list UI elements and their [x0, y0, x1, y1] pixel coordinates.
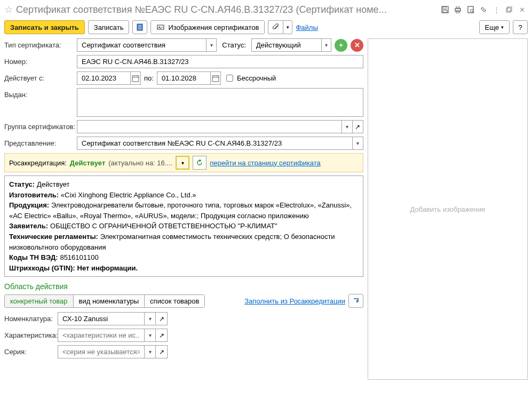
series-row: Серия: ▾ ↗ — [4, 345, 363, 358]
report-icon[interactable] — [465, 4, 477, 15]
scope-tab-group: конкретный товар вид номенклатуры список… — [4, 294, 205, 308]
nomenclature-select[interactable]: ▾ ↗ — [58, 312, 168, 325]
kebab-menu-icon[interactable]: ⋮ — [490, 4, 502, 15]
chevron-down-icon[interactable]: ▾ — [321, 38, 331, 52]
certificate-details: Статус: Действует Изготовитель: «Cixi Xi… — [4, 175, 363, 277]
characteristic-select[interactable]: ▾ ↗ — [58, 329, 168, 342]
attach-button[interactable]: ▾ — [268, 20, 292, 34]
nomenclature-row: Номенклатура: ▾ ↗ — [4, 312, 363, 325]
fill-action-button[interactable] — [348, 294, 363, 308]
open-external-icon[interactable]: ↗ — [156, 329, 168, 342]
favorite-star-icon[interactable]: ☆ — [4, 4, 13, 15]
status-select[interactable]: ▾ — [251, 38, 331, 52]
tab-specific-product[interactable]: конкретный товар — [5, 295, 74, 307]
rosaccreditation-bar: Росаккредитация: Действует (актуально на… — [4, 153, 363, 172]
rosaccred-label: Росаккредитация: — [9, 159, 67, 167]
close-icon[interactable]: ✕ — [516, 4, 528, 15]
chevron-down-icon[interactable]: ▾ — [206, 38, 217, 52]
nomenclature-label: Номенклатура: — [4, 312, 58, 323]
rosaccred-dropdown[interactable]: ▾ — [176, 156, 189, 170]
add-button[interactable]: + — [335, 39, 347, 52]
validity-row: Действует с: по: Бессрочный — [4, 71, 363, 85]
svg-rect-10 — [507, 7, 512, 11]
chevron-down-icon[interactable]: ▾ — [342, 120, 352, 133]
image-drop-placeholder: Добавить изображение — [410, 205, 486, 213]
calendar-icon[interactable] — [210, 71, 221, 85]
representation-label: Представление: — [4, 137, 77, 147]
svg-rect-1 — [443, 7, 446, 9]
tab-product-list[interactable]: список товаров — [145, 295, 204, 307]
issued-textarea[interactable] — [77, 88, 363, 117]
save-and-close-button[interactable]: Записать и закрыть — [4, 20, 85, 34]
status-label: Статус: — [220, 41, 248, 49]
print-icon[interactable] — [452, 4, 464, 15]
cert-type-label: Тип сертификата: — [4, 38, 77, 49]
perpetual-checkbox[interactable]: Бессрочный — [224, 73, 276, 83]
files-link[interactable]: Файлы — [296, 23, 317, 31]
save-icon[interactable] — [439, 4, 451, 15]
number-label: Номер: — [4, 55, 77, 66]
characteristic-row: Характеристика: ▾ ↗ — [4, 329, 363, 342]
calendar-icon[interactable] — [130, 71, 141, 85]
issued-row: Выдан: — [4, 88, 363, 117]
remove-button[interactable]: ✕ — [351, 39, 363, 52]
window-restore-icon[interactable] — [503, 4, 515, 15]
chevron-down-icon[interactable]: ▾ — [144, 312, 156, 325]
number-input[interactable] — [77, 55, 363, 68]
representation-input[interactable]: ▾ — [77, 137, 363, 150]
main-toolbar: Записать и закрыть Записать Изображения … — [4, 20, 528, 34]
svg-rect-9 — [506, 8, 511, 12]
scope-tabs-row: конкретный товар вид номенклатуры список… — [4, 294, 363, 308]
open-external-icon[interactable]: ↗ — [156, 312, 168, 325]
fill-from-rosaccred-link[interactable]: Заполнить из Росаккредитации — [244, 297, 345, 305]
svg-rect-4 — [456, 7, 459, 9]
open-external-icon[interactable]: ↗ — [156, 345, 168, 358]
valid-from-label: Действует с: — [4, 71, 77, 82]
chevron-down-icon[interactable]: ▾ — [144, 345, 156, 358]
issued-label: Выдан: — [4, 88, 77, 99]
more-button[interactable]: Еще▾ — [479, 20, 510, 34]
titlebar: ☆ Сертификат соответствия №ЕАЭС RU С-CN.… — [4, 2, 528, 17]
svg-rect-21 — [212, 76, 219, 82]
series-select[interactable]: ▾ ↗ — [58, 345, 168, 358]
date-from-input[interactable] — [77, 71, 141, 85]
scope-section-title: Область действия — [4, 282, 363, 291]
rosaccred-status: Действует — [70, 159, 105, 167]
image-drop-zone[interactable]: Добавить изображение — [368, 38, 528, 380]
cert-type-row: Тип сертификата: ▾ Статус: ▾ + ✕ — [4, 38, 363, 52]
cert-group-row: Группа сертификатов: ▾ ↗ — [4, 120, 363, 133]
to-label: по: — [144, 74, 154, 82]
cert-group-label: Группа сертификатов: — [4, 120, 77, 131]
rosaccred-date: (актуально на: 16.... — [108, 159, 172, 167]
cert-group-select[interactable]: ▾ ↗ — [77, 120, 363, 133]
cert-type-select[interactable]: ▾ — [77, 38, 217, 52]
cert-images-label: Изображения сертификатов — [168, 23, 259, 31]
cert-page-link[interactable]: перейти на страницу сертификата — [210, 159, 321, 167]
open-external-icon[interactable]: ↗ — [353, 120, 363, 133]
svg-rect-17 — [132, 76, 139, 82]
chevron-down-icon[interactable]: ▾ — [144, 329, 156, 342]
svg-point-7 — [471, 10, 473, 12]
svg-rect-2 — [443, 10, 447, 12]
chevron-down-icon[interactable]: ▾ — [352, 137, 363, 150]
characteristic-label: Характеристика: — [4, 329, 58, 339]
series-label: Серия: — [4, 345, 58, 356]
window-title: Сертификат соответствия №ЕАЭС RU С-CN.АЯ… — [16, 4, 439, 15]
number-row: Номер: — [4, 55, 363, 68]
tab-nomenclature-type[interactable]: вид номенклатуры — [74, 295, 145, 307]
document-properties-button[interactable] — [132, 20, 147, 34]
representation-row: Представление: ▾ — [4, 137, 363, 150]
cert-images-button[interactable]: Изображения сертификатов — [150, 20, 265, 34]
save-button[interactable]: Записать — [88, 20, 130, 34]
link-icon[interactable] — [478, 4, 489, 15]
help-button[interactable]: ? — [513, 20, 528, 34]
date-to-input[interactable] — [157, 71, 221, 85]
refresh-button[interactable] — [193, 156, 207, 170]
